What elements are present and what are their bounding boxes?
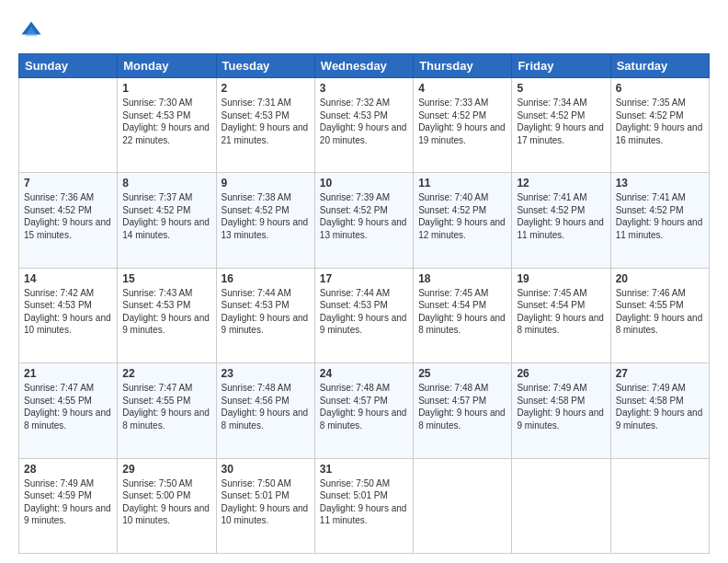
day-number: 11 bbox=[418, 177, 506, 190]
day-number: 25 bbox=[418, 367, 506, 380]
day-number: 2 bbox=[222, 82, 310, 95]
day-number: 5 bbox=[517, 82, 605, 95]
sunset-text: Sunset: 4:52 PM bbox=[320, 205, 388, 215]
day-number: 21 bbox=[24, 367, 112, 380]
calendar-cell: 2 Sunrise: 7:31 AM Sunset: 4:53 PM Dayli… bbox=[216, 78, 314, 173]
sunrise-text: Sunrise: 7:33 AM bbox=[418, 98, 488, 108]
cell-info: Sunrise: 7:33 AM Sunset: 4:52 PM Dayligh… bbox=[418, 97, 506, 146]
calendar-cell bbox=[610, 458, 709, 553]
day-number: 22 bbox=[122, 367, 210, 380]
sunset-text: Sunset: 4:55 PM bbox=[122, 396, 190, 406]
calendar-cell: 4 Sunrise: 7:33 AM Sunset: 4:52 PM Dayli… bbox=[414, 78, 512, 173]
day-number: 16 bbox=[222, 272, 310, 285]
day-number: 7 bbox=[24, 177, 112, 190]
sunrise-text: Sunrise: 7:46 AM bbox=[616, 288, 686, 298]
day-number: 30 bbox=[222, 463, 310, 476]
daylight-text: Daylight: 9 hours and 8 minutes. bbox=[517, 313, 604, 336]
day-number: 12 bbox=[517, 177, 605, 190]
daylight-text: Daylight: 9 hours and 9 minutes. bbox=[24, 503, 111, 526]
day-number: 24 bbox=[320, 367, 408, 380]
daylight-text: Daylight: 9 hours and 8 minutes. bbox=[418, 408, 506, 431]
sunset-text: Sunset: 4:56 PM bbox=[222, 396, 290, 406]
sunrise-text: Sunrise: 7:43 AM bbox=[122, 288, 192, 298]
day-number: 19 bbox=[517, 272, 605, 285]
calendar-cell: 7 Sunrise: 7:36 AM Sunset: 4:52 PM Dayli… bbox=[19, 173, 118, 268]
calendar-week-4: 21 Sunrise: 7:47 AM Sunset: 4:55 PM Dayl… bbox=[19, 363, 710, 458]
day-number: 18 bbox=[418, 272, 506, 285]
daylight-text: Daylight: 9 hours and 9 minutes. bbox=[320, 313, 407, 336]
calendar-cell: 20 Sunrise: 7:46 AM Sunset: 4:55 PM Dayl… bbox=[610, 268, 709, 362]
sunrise-text: Sunrise: 7:45 AM bbox=[418, 288, 488, 298]
sunrise-text: Sunrise: 7:41 AM bbox=[616, 192, 686, 202]
sunset-text: Sunset: 4:52 PM bbox=[24, 205, 92, 215]
page: SundayMondayTuesdayWednesdayThursdayFrid… bbox=[0, 0, 728, 563]
calendar-cell: 31 Sunrise: 7:50 AM Sunset: 5:01 PM Dayl… bbox=[314, 458, 413, 553]
sunset-text: Sunset: 4:52 PM bbox=[517, 205, 585, 215]
day-header-thursday: Thursday bbox=[414, 54, 512, 78]
sunrise-text: Sunrise: 7:38 AM bbox=[222, 192, 291, 202]
sunset-text: Sunset: 4:58 PM bbox=[517, 396, 585, 406]
day-number: 9 bbox=[222, 177, 310, 190]
calendar-header-row: SundayMondayTuesdayWednesdayThursdayFrid… bbox=[19, 54, 710, 78]
daylight-text: Daylight: 9 hours and 15 minutes. bbox=[24, 217, 111, 240]
sunset-text: Sunset: 4:53 PM bbox=[122, 110, 190, 121]
daylight-text: Daylight: 9 hours and 16 minutes. bbox=[616, 122, 703, 145]
sunset-text: Sunset: 5:01 PM bbox=[222, 490, 290, 500]
cell-info: Sunrise: 7:50 AM Sunset: 5:01 PM Dayligh… bbox=[320, 477, 408, 527]
day-number: 8 bbox=[122, 177, 210, 190]
cell-info: Sunrise: 7:45 AM Sunset: 4:54 PM Dayligh… bbox=[517, 287, 605, 337]
sunset-text: Sunset: 4:53 PM bbox=[222, 300, 290, 310]
cell-info: Sunrise: 7:31 AM Sunset: 4:53 PM Dayligh… bbox=[222, 97, 310, 146]
sunset-text: Sunset: 4:54 PM bbox=[517, 300, 585, 310]
calendar-week-2: 7 Sunrise: 7:36 AM Sunset: 4:52 PM Dayli… bbox=[19, 173, 710, 268]
calendar-cell: 14 Sunrise: 7:42 AM Sunset: 4:53 PM Dayl… bbox=[19, 268, 118, 362]
daylight-text: Daylight: 9 hours and 8 minutes. bbox=[320, 408, 407, 431]
cell-info: Sunrise: 7:41 AM Sunset: 4:52 PM Dayligh… bbox=[517, 191, 605, 241]
sunset-text: Sunset: 4:52 PM bbox=[517, 110, 585, 121]
sunrise-text: Sunrise: 7:42 AM bbox=[24, 288, 94, 298]
day-number: 1 bbox=[122, 82, 210, 95]
cell-info: Sunrise: 7:49 AM Sunset: 4:58 PM Dayligh… bbox=[616, 382, 704, 431]
calendar-cell: 13 Sunrise: 7:41 AM Sunset: 4:52 PM Dayl… bbox=[610, 173, 709, 268]
sunset-text: Sunset: 4:53 PM bbox=[24, 300, 92, 310]
calendar-cell: 21 Sunrise: 7:47 AM Sunset: 4:55 PM Dayl… bbox=[19, 363, 118, 458]
calendar-cell: 15 Sunrise: 7:43 AM Sunset: 4:53 PM Dayl… bbox=[118, 268, 216, 362]
calendar-cell: 12 Sunrise: 7:41 AM Sunset: 4:52 PM Dayl… bbox=[512, 173, 610, 268]
sunrise-text: Sunrise: 7:48 AM bbox=[418, 383, 488, 393]
sunrise-text: Sunrise: 7:36 AM bbox=[24, 192, 94, 202]
sunrise-text: Sunrise: 7:48 AM bbox=[222, 383, 291, 393]
sunset-text: Sunset: 4:57 PM bbox=[418, 396, 486, 406]
cell-info: Sunrise: 7:41 AM Sunset: 4:52 PM Dayligh… bbox=[616, 191, 704, 241]
sunrise-text: Sunrise: 7:37 AM bbox=[122, 192, 192, 202]
cell-info: Sunrise: 7:35 AM Sunset: 4:52 PM Dayligh… bbox=[616, 97, 704, 146]
daylight-text: Daylight: 9 hours and 22 minutes. bbox=[122, 122, 210, 145]
sunrise-text: Sunrise: 7:31 AM bbox=[222, 98, 291, 108]
sunset-text: Sunset: 4:53 PM bbox=[222, 110, 290, 121]
sunset-text: Sunset: 4:54 PM bbox=[418, 300, 486, 310]
day-number: 23 bbox=[222, 367, 310, 380]
sunrise-text: Sunrise: 7:49 AM bbox=[616, 383, 686, 393]
sunrise-text: Sunrise: 7:39 AM bbox=[320, 192, 390, 202]
sunset-text: Sunset: 4:58 PM bbox=[616, 396, 684, 406]
calendar-cell: 10 Sunrise: 7:39 AM Sunset: 4:52 PM Dayl… bbox=[314, 173, 413, 268]
calendar-week-5: 28 Sunrise: 7:49 AM Sunset: 4:59 PM Dayl… bbox=[19, 458, 710, 553]
cell-info: Sunrise: 7:49 AM Sunset: 4:59 PM Dayligh… bbox=[24, 477, 112, 527]
calendar-table: SundayMondayTuesdayWednesdayThursdayFrid… bbox=[18, 53, 710, 554]
cell-info: Sunrise: 7:37 AM Sunset: 4:52 PM Dayligh… bbox=[122, 191, 210, 241]
daylight-text: Daylight: 9 hours and 8 minutes. bbox=[222, 408, 309, 431]
daylight-text: Daylight: 9 hours and 10 minutes. bbox=[122, 503, 210, 526]
cell-info: Sunrise: 7:42 AM Sunset: 4:53 PM Dayligh… bbox=[24, 287, 112, 337]
calendar-cell: 27 Sunrise: 7:49 AM Sunset: 4:58 PM Dayl… bbox=[610, 363, 709, 458]
daylight-text: Daylight: 9 hours and 10 minutes. bbox=[24, 313, 111, 336]
calendar-cell: 16 Sunrise: 7:44 AM Sunset: 4:53 PM Dayl… bbox=[216, 268, 314, 362]
sunrise-text: Sunrise: 7:50 AM bbox=[320, 478, 390, 488]
calendar-cell: 25 Sunrise: 7:48 AM Sunset: 4:57 PM Dayl… bbox=[414, 363, 512, 458]
calendar-cell: 6 Sunrise: 7:35 AM Sunset: 4:52 PM Dayli… bbox=[610, 78, 709, 173]
sunrise-text: Sunrise: 7:34 AM bbox=[517, 98, 586, 108]
day-number: 6 bbox=[616, 82, 704, 95]
cell-info: Sunrise: 7:50 AM Sunset: 5:01 PM Dayligh… bbox=[222, 477, 310, 527]
day-header-saturday: Saturday bbox=[610, 54, 709, 78]
day-number: 3 bbox=[320, 82, 408, 95]
calendar-cell: 17 Sunrise: 7:44 AM Sunset: 4:53 PM Dayl… bbox=[314, 268, 413, 362]
sunset-text: Sunset: 4:53 PM bbox=[122, 300, 190, 310]
